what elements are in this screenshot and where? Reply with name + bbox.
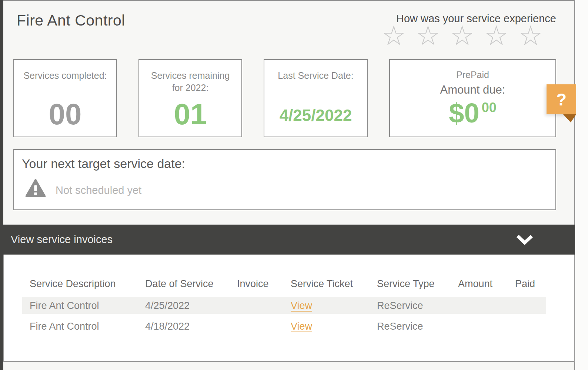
header-service-type: Service Type: [377, 278, 435, 290]
star-icon[interactable]: ☆: [416, 22, 450, 50]
left-edge-strip: [0, 0, 3, 370]
table-row: Fire Ant Control 4/18/2022 View ReServic…: [22, 317, 546, 334]
cell-service-description: Fire Ant Control: [30, 300, 99, 312]
last-service-date-label: Last Service Date:: [264, 70, 367, 82]
services-remaining-label: Services remaining for 2022:: [139, 70, 241, 94]
table-row: Fire Ant Control 4/25/2022 View ReServic…: [22, 297, 546, 314]
next-target-status: Not scheduled yet: [56, 184, 141, 196]
amount-due-value: $000: [390, 100, 555, 127]
amount-due-cents: 00: [482, 100, 497, 115]
view-ticket-link[interactable]: View: [291, 321, 312, 332]
warning-triangle-icon: [25, 179, 46, 199]
star-icon[interactable]: ☆: [381, 22, 415, 50]
amount-due-label: Amount due:: [390, 83, 555, 97]
services-remaining-card: Services remaining for 2022: 01: [138, 59, 242, 137]
next-target-title: Your next target service date:: [22, 157, 185, 171]
services-remaining-value: 01: [139, 100, 241, 129]
prepaid-label: PrePaid: [390, 69, 555, 81]
page-title: Fire Ant Control: [17, 12, 125, 29]
cell-date-of-service: 4/25/2022: [145, 300, 190, 312]
question-mark-icon: ?: [556, 90, 567, 110]
cell-date-of-service: 4/18/2022: [145, 321, 190, 332]
cell-service-type: ReService: [377, 321, 423, 332]
header-amount: Amount: [458, 278, 492, 290]
view-ticket-link[interactable]: View: [291, 300, 312, 312]
services-completed-card: Services completed: 00: [13, 59, 117, 137]
next-target-service-box: Your next target service date: Not sched…: [13, 149, 556, 210]
chevron-down-icon[interactable]: [516, 235, 533, 246]
header-paid: Paid: [515, 278, 535, 290]
last-service-date-card: Last Service Date: 4/25/2022: [264, 59, 368, 137]
header-invoice: Invoice: [237, 278, 269, 290]
star-icon[interactable]: ☆: [484, 22, 518, 50]
cell-service-description: Fire Ant Control: [30, 321, 99, 332]
star-icon[interactable]: ☆: [450, 22, 484, 50]
last-service-date-value: 4/25/2022: [264, 106, 367, 125]
view-service-invoices-label: View service invoices: [11, 233, 113, 246]
header-service-ticket: Service Ticket: [291, 278, 353, 290]
star-rating-widget[interactable]: ☆☆☆☆☆: [381, 22, 552, 50]
view-service-invoices-bar[interactable]: View service invoices: [0, 225, 575, 255]
header-date-of-service: Date of Service: [145, 278, 214, 290]
services-completed-value: 00: [14, 100, 116, 129]
prepaid-amount-card: PrePaid Amount due: $000: [389, 59, 556, 137]
help-button[interactable]: ?: [547, 84, 576, 114]
services-completed-label: Services completed:: [14, 70, 116, 82]
header-service-description: Service Description: [30, 278, 116, 290]
star-icon[interactable]: ☆: [518, 22, 552, 50]
cell-service-type: ReService: [377, 300, 423, 312]
